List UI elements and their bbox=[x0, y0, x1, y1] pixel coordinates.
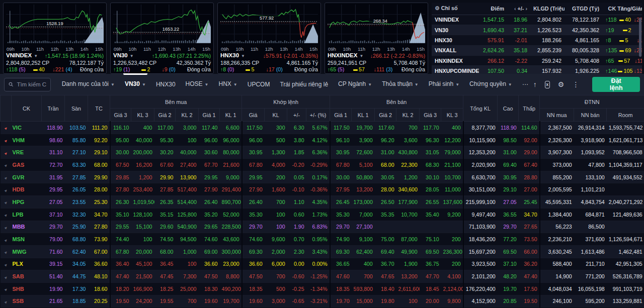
stock-symbol[interactable]: VRE bbox=[12, 146, 42, 159]
cell: 9,497,400 bbox=[463, 208, 498, 221]
index-row-vnindex[interactable]: VNINDEX 1,547.15 18.96 2,804.802 78,122.… bbox=[432, 15, 642, 25]
cell: 74.90 bbox=[330, 233, 352, 246]
index-scrollbar[interactable] bbox=[639, 18, 641, 57]
pin-icon[interactable]: ◄ bbox=[1, 270, 12, 283]
col-change[interactable]: ‹ +/- › bbox=[507, 3, 530, 15]
index-row-hnxindex[interactable]: HNXINDEX 266.12 -2.22 259.242 5,708.408 … bbox=[432, 56, 642, 66]
tab-upcom[interactable]: UPCOM bbox=[243, 74, 275, 95]
place-order-button[interactable]: Đặt lệnh bbox=[592, 77, 640, 92]
tab-⋯[interactable]: ⋯ bbox=[517, 74, 533, 95]
cell: 26.35 bbox=[154, 196, 176, 209]
pin-icon[interactable]: ◄ bbox=[1, 282, 12, 295]
stock-symbol[interactable]: VHM bbox=[12, 134, 42, 146]
pin-icon[interactable]: ◄ bbox=[1, 171, 12, 183]
cell: 117.70 bbox=[420, 122, 441, 134]
cell: 26.40 bbox=[242, 196, 265, 209]
index-row-vn30[interactable]: VN30 1,690.43 37.21 1,226.523 42,350.362… bbox=[432, 25, 642, 35]
tab-hnx[interactable]: HNX▼ bbox=[214, 73, 243, 95]
cell: 19,700 bbox=[220, 295, 242, 307]
index-name[interactable]: VNINDEX bbox=[432, 15, 479, 25]
stock-row-lpb[interactable]: ◄LPB37.1032.3034.7035.10128,10035.15125,… bbox=[1, 208, 644, 221]
index-row-hnxupcomindex[interactable]: HNXUPCOMINDEX 107.50 0.34 157.932 1,926.… bbox=[432, 66, 642, 74]
stock-row-gas[interactable]: ◄GAS72.7063.3068.0067.5016,20067.6027,40… bbox=[1, 159, 644, 171]
stock-symbol[interactable]: MBB bbox=[12, 221, 42, 233]
index-name-dropdown[interactable]: HNX30▼ bbox=[220, 52, 245, 60]
tab-phái-sinh[interactable]: Phái sinh▼ bbox=[424, 73, 464, 95]
pin-icon[interactable]: ◄ bbox=[1, 196, 12, 209]
more-kebab-icon[interactable]: ⋮ bbox=[572, 80, 579, 88]
stock-row-mwg[interactable]: ◄MWG71.6062.4067.0067.8020,00068.001,000… bbox=[1, 245, 644, 258]
pin-icon[interactable]: ◄ bbox=[1, 295, 12, 307]
excel-export-icon[interactable]: x bbox=[545, 81, 550, 88]
index-name[interactable]: HNXUPCOMINDEX bbox=[432, 66, 479, 74]
search-input[interactable] bbox=[17, 81, 46, 87]
stock-row-hdb[interactable]: ◄HDB29.9526.0528.0027.80253,40027.85517,… bbox=[1, 183, 644, 196]
search-box[interactable] bbox=[4, 78, 51, 91]
stock-symbol[interactable]: MSN bbox=[12, 233, 42, 246]
col-pin bbox=[1, 95, 12, 122]
settings-gear-icon[interactable]: ⚙ bbox=[558, 80, 565, 88]
stock-row-vic[interactable]: ◄VIC118.90103.50111.20116.10400117.003,0… bbox=[1, 122, 644, 134]
pin-icon[interactable]: ◄ bbox=[1, 122, 12, 134]
stock-row-vhm[interactable]: ◄VHM98.6085.8092.2095.0040,00095.3010096… bbox=[1, 134, 644, 146]
tab-thỏa-thuận[interactable]: Thỏa thuận▼ bbox=[377, 73, 424, 95]
stock-row-msn[interactable]: ◄MSN79.0068.8073.9074.4010074.5094,50074… bbox=[1, 233, 644, 246]
tab-danh-mục-của-tôi[interactable]: Danh mục của tôi▼ bbox=[57, 73, 120, 95]
stock-symbol[interactable]: GAS bbox=[12, 159, 42, 171]
stock-symbol[interactable]: LPB bbox=[12, 208, 42, 221]
tab-hose[interactable]: HOSE▼ bbox=[181, 73, 214, 95]
pin-icon[interactable]: ◄ bbox=[1, 245, 12, 258]
stock-symbol[interactable]: GVR bbox=[12, 171, 42, 183]
index-name[interactable]: VNXALL bbox=[432, 45, 479, 55]
pin-icon[interactable]: ◄ bbox=[1, 233, 12, 246]
stock-symbol[interactable]: PLX bbox=[12, 258, 42, 270]
index-name[interactable]: HNXINDEX bbox=[432, 56, 479, 66]
cell: -0.60 bbox=[287, 270, 306, 283]
tab-chứng-quyền[interactable]: Chứng quyền▼ bbox=[464, 73, 517, 95]
pin-icon[interactable]: ◄ bbox=[1, 221, 12, 233]
stock-symbol[interactable]: SSB bbox=[12, 295, 42, 307]
index-row-vnxall[interactable]: VNXALL 2,624.26 35.18 2,855.239 80,005.3… bbox=[432, 45, 642, 55]
stock-row-hpg[interactable]: ◄HPG27.0523.5525.3026.301,019,50026.3551… bbox=[1, 196, 644, 209]
stock-row-shb[interactable]: ◄SHB19.9017.3018.6018.20166,90018.2525,0… bbox=[1, 282, 644, 295]
index-name[interactable]: VN30 bbox=[432, 25, 479, 35]
stock-symbol[interactable]: VIC bbox=[12, 122, 42, 134]
stock-row-ssb[interactable]: ◄SSB21.6518.8520.2519.5024,20019.5570019… bbox=[1, 295, 644, 307]
cell: 118.90 bbox=[498, 122, 519, 134]
index-name[interactable]: HNX30 bbox=[432, 35, 479, 45]
index-name-dropdown[interactable]: VN30▼ bbox=[113, 52, 134, 60]
stock-symbol[interactable]: HDB bbox=[12, 183, 42, 196]
pin-icon[interactable]: ◄ bbox=[1, 146, 12, 159]
stock-row-vre[interactable]: ◄VRE31.1027.1029.1030.00200,00030.2040,0… bbox=[1, 146, 644, 159]
index-row-hnx30[interactable]: HNX30 575.91 -2.01 188.266 4,861.165 ↑8 … bbox=[432, 35, 642, 45]
tab-cp-ngành[interactable]: CP Ngành▼ bbox=[333, 73, 377, 95]
cell: 66.00 bbox=[519, 245, 540, 258]
index-name-dropdown[interactable]: HNXINDEX▼ bbox=[328, 52, 363, 60]
upload-icon[interactable]: ↑ bbox=[533, 80, 537, 88]
pin-icon[interactable]: ◄ bbox=[1, 208, 12, 221]
stock-symbol[interactable]: SHB bbox=[12, 282, 42, 295]
stock-row-mbb[interactable]: ◄MBB29.7025.9027.8029.5515,10029.60540,9… bbox=[1, 221, 644, 233]
advancers-count: ↑19 bbox=[113, 66, 122, 72]
stock-row-gvr[interactable]: ◄GVR31.9527.8529.9029.851,20029.9013,900… bbox=[1, 171, 644, 183]
pin-icon[interactable]: ◄ bbox=[1, 258, 12, 270]
pin-icon[interactable]: ◄ bbox=[1, 183, 12, 196]
stock-symbol[interactable]: SAB bbox=[12, 270, 42, 283]
cell: 9,200 bbox=[441, 208, 463, 221]
gear-icon[interactable]: ⚙ bbox=[435, 5, 440, 11]
tab-trái-phiếu-riêng-lẻ[interactable]: Trái phiếu riêng lẻ bbox=[275, 74, 333, 95]
tab-hnx30[interactable]: HNX30 bbox=[151, 74, 181, 95]
stock-symbol[interactable]: MWG bbox=[12, 245, 42, 258]
stock-symbol[interactable]: HPG bbox=[12, 196, 42, 209]
pin-icon[interactable]: ◄ bbox=[1, 134, 12, 146]
tab-vn30[interactable]: VN30▼ bbox=[120, 73, 151, 95]
stock-row-plx[interactable]: ◄PLX39.1534.0536.6036.4045,10036.4510036… bbox=[1, 258, 644, 270]
cell: 69.40 bbox=[375, 245, 396, 258]
pin-icon[interactable]: ◄ bbox=[1, 159, 12, 171]
stock-row-sab[interactable]: ◄SAB51.4044.7548.1047.4021,50047.457,300… bbox=[1, 270, 644, 283]
cell: 1,462,481 bbox=[607, 245, 644, 258]
cell: 92.20 bbox=[88, 134, 110, 146]
cell: 62,400 bbox=[352, 245, 375, 258]
cell: 28.05 bbox=[420, 183, 441, 196]
index-name-dropdown[interactable]: VNINDEX▼ bbox=[6, 52, 38, 60]
